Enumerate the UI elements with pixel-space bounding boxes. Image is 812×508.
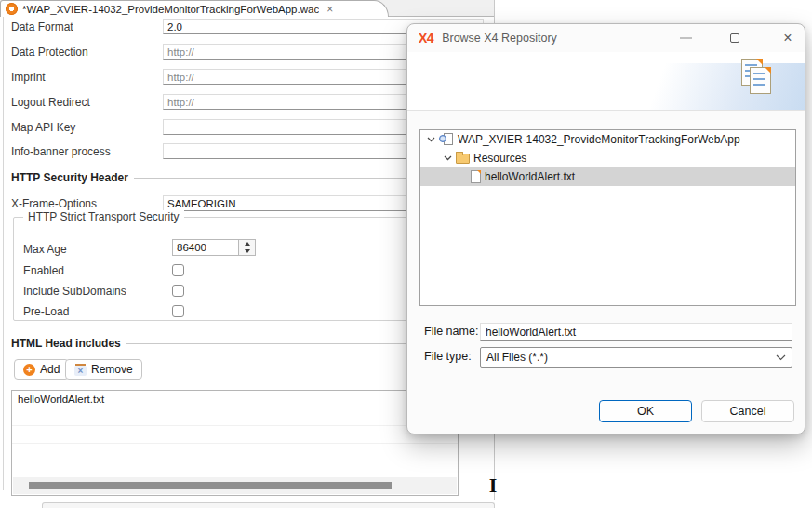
checkbox-label-enabled: Enabled <box>23 264 64 277</box>
field-label-data-format: Data Format <box>11 20 73 33</box>
file-icon <box>471 170 481 183</box>
field-label-imprint: Imprint <box>11 71 46 84</box>
x4-logo: X4 <box>419 31 433 46</box>
tree-item-file-selected[interactable]: helloWorldAlert.txt <box>420 167 795 186</box>
file-type-dropdown[interactable]: All Files (*.*) <box>480 347 792 368</box>
browse-x4-repository-dialog: X4 Browse X4 Repository × WAP_XVIER-1403… <box>406 23 805 434</box>
repository-tree: WAP_XVIER-14032_ProvideMonitorTrackingFo… <box>419 129 796 306</box>
tab-title: *WAP_XVIER-14032_ProvideMonitorTrackingF… <box>22 4 319 15</box>
wac-file-icon <box>6 3 18 15</box>
remove-icon: × <box>74 364 87 376</box>
project-icon <box>439 133 454 147</box>
chevron-down-icon[interactable] <box>443 155 452 161</box>
remove-button-label: Remove <box>91 363 133 376</box>
editor-left-border <box>3 17 4 490</box>
folder-icon <box>456 154 470 164</box>
maximize-icon[interactable] <box>730 33 739 43</box>
file-name-input[interactable] <box>480 323 792 341</box>
field-label-map-api-key: Map API Key <box>11 121 75 134</box>
tree-item-label: helloWorldAlert.txt <box>485 170 575 183</box>
file-type-label: File type: <box>424 350 472 363</box>
remove-button[interactable]: × Remove <box>65 359 142 380</box>
hsts-group-title: HTTP Strict Transport Security <box>23 210 184 223</box>
head-includes-list: helloWorldAlert.txt <box>11 390 459 496</box>
chevron-down-icon <box>776 354 786 361</box>
chevron-down-icon[interactable] <box>426 137 435 142</box>
file-name-label: File name: <box>424 325 478 338</box>
tree-item-project[interactable]: WAP_XVIER-14032_ProvideMonitorTrackingFo… <box>420 130 795 149</box>
list-empty-row <box>12 426 458 444</box>
add-button-label: Add <box>40 363 60 376</box>
list-empty-row <box>12 444 458 461</box>
ok-button[interactable]: OK <box>599 400 692 422</box>
dialog-header-banner <box>407 52 805 111</box>
tab-close-icon[interactable]: × <box>324 3 336 16</box>
cancel-button[interactable]: Cancel <box>701 400 794 422</box>
spinner-up-icon[interactable] <box>239 240 255 247</box>
tab-wac-file[interactable]: *WAP_XVIER-14032_ProvideMonitorTrackingF… <box>0 0 389 17</box>
dialog-title: Browse X4 Repository <box>442 32 557 45</box>
checkbox-label-preload: Pre-Load <box>23 305 69 318</box>
field-label-logout-redirect: Logout Redirect <box>11 96 90 109</box>
text-cursor-artifact: I <box>486 475 499 497</box>
list-horizontal-scrollbar[interactable] <box>13 477 457 494</box>
dialog-titlebar[interactable]: X4 Browse X4 Repository <box>407 24 805 52</box>
cancel-button-label: Cancel <box>730 405 766 418</box>
field-label-data-protection: Data Protection <box>11 46 88 59</box>
field-label-xframe: X-Frame-Options <box>11 197 97 210</box>
tree-item-resources[interactable]: Resources <box>420 149 795 167</box>
enabled-checkbox[interactable] <box>172 264 184 276</box>
editor-bottom-scrollbar[interactable] <box>42 502 495 508</box>
checkbox-label-subdomains: Include SubDomains <box>23 285 126 298</box>
tree-item-label: Resources <box>473 152 526 165</box>
include-subdomains-checkbox[interactable] <box>172 285 184 297</box>
field-label-info-banner: Info-banner process <box>11 145 111 158</box>
section-title: HTML Head includes <box>11 337 121 350</box>
list-item[interactable]: helloWorldAlert.txt <box>12 391 458 408</box>
max-age-spinner <box>172 239 258 256</box>
scrollbar-thumb[interactable] <box>29 482 392 489</box>
preload-checkbox[interactable] <box>172 305 184 317</box>
max-age-input[interactable] <box>172 239 239 256</box>
list-empty-row <box>12 408 458 426</box>
add-button[interactable]: + Add <box>14 359 69 380</box>
section-title: HTTP Security Header <box>11 171 128 184</box>
file-type-selected-value: All Files (*.*) <box>486 351 548 364</box>
field-label-max-age: Max Age <box>23 243 67 256</box>
tree-item-label: WAP_XVIER-14032_ProvideMonitorTrackingFo… <box>458 133 740 146</box>
add-plus-icon: + <box>23 364 35 376</box>
minimize-icon[interactable] <box>680 37 692 39</box>
spinner-down-icon[interactable] <box>239 247 255 255</box>
ok-button-label: OK <box>637 405 654 418</box>
close-icon[interactable]: × <box>778 28 798 48</box>
documents-icon <box>741 59 779 103</box>
